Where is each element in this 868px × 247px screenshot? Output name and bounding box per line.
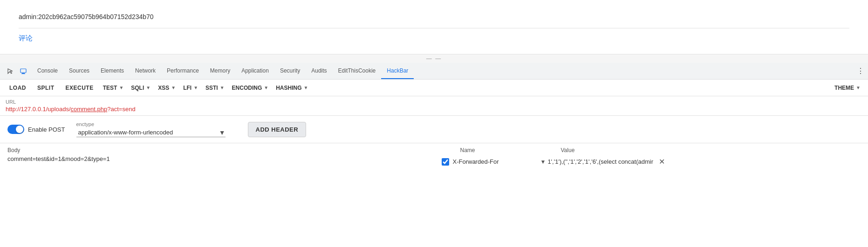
- headers-labels-row: Name Value: [442, 147, 861, 155]
- url-label: URL: [6, 99, 862, 105]
- header-row: X-Forwarded-For ▼ 1','1'),('','1','2','1…: [442, 157, 861, 166]
- header-value-text[interactable]: 1','1'),('','1','2','1','6',(select conc…: [547, 158, 653, 165]
- comment-label: 评论: [19, 30, 849, 47]
- tab-performance[interactable]: Performance: [161, 63, 205, 79]
- lfi-dropdown[interactable]: LFI ▼: [179, 83, 202, 93]
- headers-name-label: Name: [460, 147, 554, 154]
- tab-editthiscookie[interactable]: EditThisCookie: [333, 63, 382, 79]
- hashing-label: HASHING: [276, 85, 301, 91]
- hashing-dropdown-arrow: ▼: [304, 85, 308, 90]
- lfi-dropdown-arrow: ▼: [193, 85, 198, 90]
- body-value[interactable]: comment=test&id=1&mood=2&type=1: [7, 155, 427, 162]
- enable-post-toggle-container: Enable POST: [7, 125, 65, 134]
- svg-rect-0: [21, 69, 26, 73]
- body-label: Body: [7, 147, 427, 154]
- enable-post-toggle[interactable]: [7, 125, 24, 134]
- execute-button[interactable]: EXECUTE: [60, 83, 99, 93]
- hashing-dropdown[interactable]: HASHING ▼: [272, 83, 312, 93]
- headers-section: Name Value X-Forwarded-For ▼ 1','1'),(''…: [442, 147, 861, 166]
- top-content-area: admin:202cb962ac59075b964b07152d234b70 评…: [0, 0, 868, 54]
- inspect-icon-btn[interactable]: [5, 66, 16, 77]
- tab-elements[interactable]: Elements: [95, 63, 130, 79]
- xss-label: XSS: [158, 85, 169, 91]
- hackbar-toolbar: LOAD SPLIT EXECUTE TEST ▼ SQLI ▼ XSS ▼ L…: [0, 80, 868, 96]
- encoding-dropdown[interactable]: ENCODING ▼: [228, 83, 273, 93]
- header-checkbox[interactable]: [442, 158, 449, 166]
- test-label: TEST: [103, 85, 117, 91]
- url-prefix: http://127.0.0.1/uploads/: [6, 106, 71, 113]
- tab-memory[interactable]: Memory: [205, 63, 236, 79]
- theme-dropdown[interactable]: THEME ▼: [831, 83, 864, 93]
- drag-handle-icon: — —: [426, 55, 442, 62]
- enctype-select-wrapper: application/x-www-form-urlencoded multip…: [76, 128, 226, 137]
- add-header-button[interactable]: ADD HEADER: [248, 122, 307, 137]
- body-section: Body comment=test&id=1&mood=2&type=1: [7, 147, 427, 166]
- theme-label: THEME: [834, 85, 854, 91]
- ssti-dropdown[interactable]: SSTI ▼: [202, 83, 228, 93]
- post-section: Enable POST enctype application/x-www-fo…: [0, 116, 868, 143]
- devtools-icon-area: [2, 66, 32, 77]
- sqli-label: SQLI: [131, 85, 144, 91]
- enctype-select[interactable]: application/x-www-form-urlencoded multip…: [76, 128, 219, 137]
- enctype-select-arrow[interactable]: ▼: [219, 129, 226, 136]
- devtools-tabs: Console Sources Elements Network Perform…: [32, 63, 855, 79]
- encoding-label: ENCODING: [232, 85, 262, 91]
- devtools-header: Console Sources Elements Network Perform…: [0, 63, 868, 80]
- sqli-dropdown[interactable]: SQLI ▼: [127, 83, 154, 93]
- url-value[interactable]: http://127.0.0.1/uploads/comment.php?act…: [6, 106, 862, 113]
- ssti-dropdown-arrow: ▼: [220, 85, 225, 90]
- header-name-value: X-Forwarded-For: [453, 158, 537, 165]
- headers-value-col-label: Value: [561, 147, 861, 155]
- enable-post-label: Enable POST: [28, 126, 65, 133]
- ssti-label: SSTI: [205, 85, 218, 91]
- test-dropdown-arrow: ▼: [119, 85, 123, 90]
- header-value-dropdown-arrow[interactable]: ▼: [540, 159, 546, 165]
- header-close-button[interactable]: ✕: [659, 157, 665, 166]
- theme-dropdown-arrow: ▼: [856, 85, 861, 90]
- load-button[interactable]: LOAD: [4, 83, 32, 93]
- xss-dropdown-arrow: ▼: [171, 85, 176, 90]
- tab-console[interactable]: Console: [32, 63, 63, 79]
- enctype-label: enctype: [76, 121, 226, 127]
- header-value-dropdown: ▼ 1','1'),('','1','2','1','6',(select co…: [540, 158, 654, 165]
- split-button[interactable]: SPLIT: [32, 83, 60, 93]
- tab-network[interactable]: Network: [130, 63, 161, 79]
- tab-application[interactable]: Application: [236, 63, 274, 79]
- sqli-dropdown-arrow: ▼: [146, 85, 150, 90]
- url-suffix: ?act=send: [107, 106, 135, 113]
- tab-sources[interactable]: Sources: [63, 63, 95, 79]
- url-file: comment.php: [71, 106, 108, 113]
- top-divider: [19, 28, 849, 28]
- encoding-dropdown-arrow: ▼: [264, 85, 268, 90]
- tab-hackbar[interactable]: HackBar: [381, 63, 414, 79]
- drag-handle[interactable]: — —: [0, 54, 868, 63]
- device-icon-btn[interactable]: [18, 66, 29, 77]
- headers-value-label: Value: [561, 147, 861, 154]
- lfi-label: LFI: [183, 85, 191, 91]
- tab-audits[interactable]: Audits: [306, 63, 332, 79]
- enctype-group: enctype application/x-www-form-urlencode…: [76, 121, 226, 137]
- xss-dropdown[interactable]: XSS ▼: [154, 83, 179, 93]
- test-dropdown[interactable]: TEST ▼: [99, 83, 128, 93]
- headers-name-col-label: Name: [460, 147, 554, 155]
- bottom-section: Body comment=test&id=1&mood=2&type=1 Nam…: [0, 143, 868, 170]
- url-section: URL http://127.0.0.1/uploads/comment.php…: [0, 96, 868, 116]
- tab-security[interactable]: Security: [274, 63, 306, 79]
- toggle-knob: [16, 126, 23, 133]
- hash-text: admin:202cb962ac59075b964b07152d234b70: [19, 7, 849, 26]
- more-tabs-btn[interactable]: ⋮: [855, 66, 866, 77]
